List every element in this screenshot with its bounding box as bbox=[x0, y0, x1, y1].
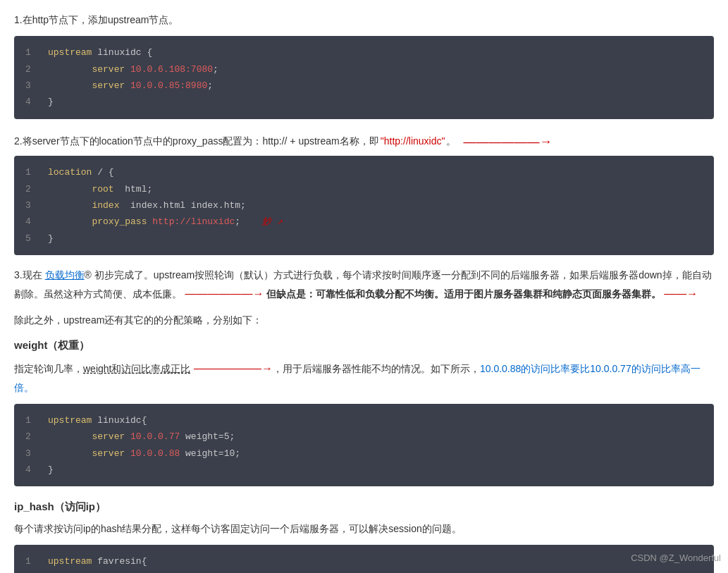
step2-code: 1 location / { 2 root html; 3 index inde… bbox=[14, 156, 714, 255]
weight-desc: 指定轮询几率，weight和访问比率成正比 ——————→，用于后端服务器性能不… bbox=[14, 359, 714, 397]
weight-title: weight（权重） bbox=[14, 336, 714, 355]
weight-code: 1 upstream linuxidc{ 2 server 10.0.0.77 … bbox=[14, 404, 714, 487]
step1-code: 1 upstream linuxidc { 2 server 10.0.6.10… bbox=[14, 36, 714, 119]
code-line: 1 location / { bbox=[25, 164, 703, 180]
code-line: 3 index index.html index.htm; bbox=[25, 197, 703, 214]
step1-title: 1.在http节点下，添加upstream节点。 bbox=[14, 11, 714, 29]
iphash-code: 1 upstream favresin{ 2 ip_hash; 3 server… bbox=[14, 545, 714, 573]
code-line: 2 server 10.0.0.77 weight=5; bbox=[25, 429, 703, 445]
code-line: 3 server 10.0.0.88 weight=10; bbox=[25, 445, 703, 462]
code-line: 1 upstream linuxidc{ bbox=[25, 412, 703, 429]
step3-para1: 3.现在 负载均衡® 初步完成了。upstream按照轮询（默认）方式进行负载，… bbox=[14, 266, 714, 304]
code-line: 2 root html; bbox=[25, 181, 703, 197]
code-line: 1 upstream linuxidc { bbox=[25, 44, 703, 61]
step3-para2: 除此之外，upstream还有其它的的分配策略，分别如下： bbox=[14, 312, 714, 329]
code-line: 2 server 10.0.6.108:7080; bbox=[25, 61, 703, 78]
code-line: 1 upstream favresin{ bbox=[25, 553, 703, 569]
code-line: 3 server 10.0.0.85:8980; bbox=[25, 78, 703, 94]
watermark: CSDN @Z_Wonderful bbox=[631, 550, 721, 566]
iphash-title: ip_hash（访问ip） bbox=[14, 498, 714, 516]
iphash-desc: 每个请求按访问ip的hash结果分配，这样每个访客固定访问一个后端服务器，可以解… bbox=[14, 520, 714, 538]
code-line: 5 } bbox=[25, 230, 703, 247]
code-line: 4 proxy_pass http://linuxidc; 妙 ↗ bbox=[25, 214, 703, 230]
code-line: 2 ip_hash; bbox=[25, 569, 703, 573]
code-line: 4 } bbox=[25, 462, 703, 478]
code-line: 4 } bbox=[25, 94, 703, 110]
step2-title: 2.将server节点下的location节点中的proxy_pass配置为：h… bbox=[14, 130, 714, 153]
load-balance-link[interactable]: 负载均衡 bbox=[45, 269, 85, 281]
